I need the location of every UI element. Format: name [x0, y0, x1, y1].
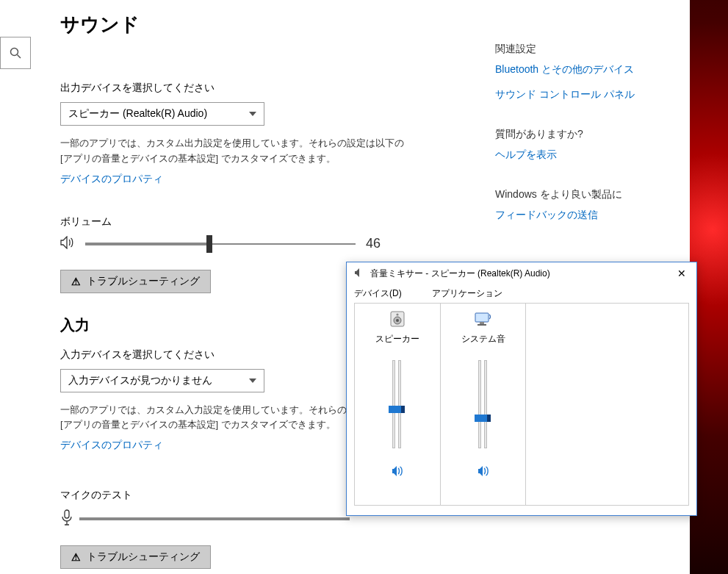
mic-level-bar	[79, 517, 350, 520]
input-device-value: 入力デバイスが見つかりません	[68, 374, 212, 387]
chevron-down-icon	[249, 112, 256, 116]
svg-point-6	[396, 313, 398, 315]
output-device-properties-link[interactable]: デバイスのプロパティ	[60, 173, 163, 186]
page-title: サウンド	[60, 12, 479, 37]
bluetooth-link[interactable]: Bluetooth とその他のデバイス	[495, 63, 679, 76]
system-mute-button[interactable]	[477, 466, 489, 478]
mixer-col-speaker: スピーカー	[355, 304, 440, 505]
search-icon	[10, 47, 21, 59]
troubleshoot-label: トラブルシューティング	[87, 550, 200, 564]
close-icon: ✕	[677, 268, 686, 279]
application-section-label: アプリケーション	[432, 287, 502, 300]
mixer-system-name: システム音	[461, 333, 505, 345]
help-heading: 質問がありますか?	[495, 128, 679, 141]
volume-thumb[interactable]	[206, 235, 212, 253]
speaker-icon[interactable]	[60, 236, 75, 252]
input-troubleshoot-button[interactable]: ⚠ トラブルシューティング	[60, 545, 211, 569]
help-link[interactable]: ヘルプを表示	[495, 148, 679, 162]
volume-row: 46	[60, 236, 479, 252]
mixer-col-empty	[525, 304, 688, 505]
feedback-heading: Windows をより良い製品に	[495, 188, 679, 201]
system-sounds-icon[interactable]	[473, 309, 494, 329]
mixer-speaker-name: スピーカー	[375, 333, 419, 345]
svg-rect-9	[477, 324, 486, 326]
system-volume-slider[interactable]	[469, 360, 498, 456]
volume-fill	[85, 243, 209, 245]
troubleshoot-label: トラブルシューティング	[87, 275, 200, 288]
sound-control-panel-link[interactable]: サウンド コントロール パネル	[495, 88, 679, 101]
warning-icon: ⚠	[71, 551, 81, 563]
output-device-label: 出力デバイスを選択してください	[60, 82, 479, 95]
svg-line-1	[18, 55, 21, 59]
svg-rect-2	[65, 510, 69, 518]
svg-point-5	[396, 319, 399, 322]
volume-label: ボリューム	[60, 215, 479, 229]
feedback-link[interactable]: フィードバックの送信	[495, 209, 679, 222]
related-sidebar: 関連設定 Bluetooth とその他のデバイス サウンド コントロール パネル…	[495, 43, 679, 248]
mixer-title-text: 音量ミキサー - スピーカー (Realtek(R) Audio)	[370, 268, 550, 280]
output-troubleshoot-button[interactable]: ⚠ トラブルシューティング	[60, 270, 211, 293]
chevron-down-icon	[249, 379, 256, 383]
mixer-col-system-sounds: システム音	[440, 304, 525, 505]
input-device-select[interactable]: 入力デバイスが見つかりません	[60, 369, 264, 392]
output-device-select[interactable]: スピーカー (Realtek(R) Audio)	[60, 102, 264, 126]
close-button[interactable]: ✕	[671, 264, 692, 283]
microphone-icon	[60, 509, 73, 528]
svg-rect-7	[475, 313, 489, 322]
svg-point-0	[11, 49, 18, 56]
speaker-mute-button[interactable]	[392, 466, 403, 478]
speaker-icon	[354, 268, 364, 280]
output-desc: 一部のアプリでは、カスタム出力設定を使用しています。それらの設定は以下の [アプ…	[60, 136, 413, 167]
volume-value: 46	[366, 236, 381, 251]
slider-thumb[interactable]	[475, 415, 491, 422]
speaker-device-icon[interactable]	[387, 309, 408, 329]
input-device-properties-link[interactable]: デバイスのプロパティ	[60, 439, 163, 452]
mixer-body: デバイス(D) アプリケーション スピーカー	[347, 284, 696, 513]
slider-thumb[interactable]	[389, 406, 405, 413]
volume-mixer-window[interactable]: 音量ミキサー - スピーカー (Realtek(R) Audio) ✕ デバイス…	[346, 262, 697, 516]
svg-rect-8	[480, 322, 484, 324]
output-device-value: スピーカー (Realtek(R) Audio)	[68, 107, 207, 121]
related-settings-heading: 関連設定	[495, 43, 679, 56]
volume-slider[interactable]	[85, 243, 356, 245]
search-button[interactable]	[0, 37, 31, 69]
device-section-label: デバイス(D)	[354, 287, 432, 300]
warning-icon: ⚠	[71, 276, 81, 287]
mixer-titlebar[interactable]: 音量ミキサー - スピーカー (Realtek(R) Audio) ✕	[347, 262, 696, 284]
speaker-volume-slider[interactable]	[383, 360, 412, 456]
